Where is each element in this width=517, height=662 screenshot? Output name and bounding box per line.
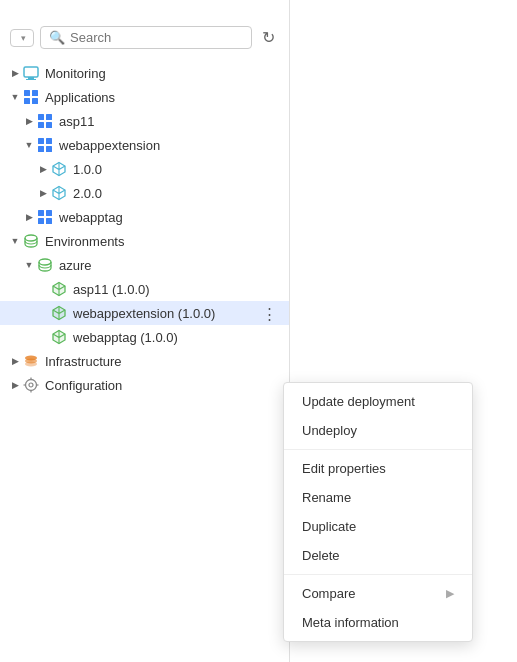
node-label: webapptag bbox=[59, 210, 281, 225]
menu-item-label: Rename bbox=[302, 490, 351, 505]
filter-button[interactable]: ▾ bbox=[10, 29, 34, 47]
toggle-icon[interactable]: ▶ bbox=[8, 380, 22, 390]
search-input[interactable] bbox=[70, 30, 243, 45]
kebab-menu-button[interactable]: ⋮ bbox=[258, 306, 281, 321]
toggle-icon[interactable]: ▶ bbox=[36, 188, 50, 198]
toggle-icon[interactable]: ▼ bbox=[22, 140, 36, 150]
menu-item-label: Update deployment bbox=[302, 394, 415, 409]
submenu-arrow-icon: ▶ bbox=[446, 587, 454, 600]
env-icon bbox=[36, 256, 54, 274]
node-label: asp11 (1.0.0) bbox=[73, 282, 281, 297]
svg-rect-1 bbox=[28, 77, 34, 79]
search-icon: 🔍 bbox=[49, 30, 65, 45]
node-label: 1.0.0 bbox=[73, 162, 281, 177]
tree-item-monitoring[interactable]: ▶ Monitoring bbox=[0, 61, 289, 85]
tree-item-asp11_inst[interactable]: asp11 (1.0.0) bbox=[0, 277, 289, 301]
env-inst-icon bbox=[50, 304, 68, 322]
tree-item-infrastructure[interactable]: ▶ Infrastructure bbox=[0, 349, 289, 373]
tree-item-webapptag_inst[interactable]: webapptag (1.0.0) bbox=[0, 325, 289, 349]
menu-divider bbox=[284, 574, 472, 575]
library-panel: ▾ 🔍 ↻ ▶ Monitoring▼Applications▶asp11▼we… bbox=[0, 0, 290, 662]
tree-item-webappextension[interactable]: ▼webappextension bbox=[0, 133, 289, 157]
menu-item-compare[interactable]: Compare▶ bbox=[284, 579, 472, 608]
context-menu: Update deploymentUndeployEdit properties… bbox=[283, 382, 473, 642]
node-label: 2.0.0 bbox=[73, 186, 281, 201]
node-label: webappextension bbox=[59, 138, 281, 153]
tree-item-webapptag[interactable]: ▶webapptag bbox=[0, 205, 289, 229]
svg-rect-2 bbox=[26, 79, 36, 80]
menu-item-delete[interactable]: Delete bbox=[284, 541, 472, 570]
tree-item-environments[interactable]: ▼ Environments bbox=[0, 229, 289, 253]
node-label: Infrastructure bbox=[45, 354, 281, 369]
tree-item-asp11[interactable]: ▶asp11 bbox=[0, 109, 289, 133]
node-label: Monitoring bbox=[45, 66, 281, 81]
node-label: asp11 bbox=[59, 114, 281, 129]
menu-item-duplicate[interactable]: Duplicate bbox=[284, 512, 472, 541]
menu-item-label: Meta information bbox=[302, 615, 399, 630]
menu-divider bbox=[284, 449, 472, 450]
refresh-button[interactable]: ↻ bbox=[258, 26, 279, 49]
toggle-icon[interactable]: ▼ bbox=[8, 236, 22, 246]
monitor-icon bbox=[22, 64, 40, 82]
tree-item-configuration[interactable]: ▶ Configuration bbox=[0, 373, 289, 397]
svg-point-7 bbox=[25, 362, 37, 367]
apps-icon bbox=[36, 208, 54, 226]
cube-icon bbox=[50, 160, 68, 178]
menu-item-label: Undeploy bbox=[302, 423, 357, 438]
infra-icon bbox=[22, 352, 40, 370]
svg-point-4 bbox=[39, 259, 51, 265]
svg-point-3 bbox=[25, 235, 37, 241]
node-label: webappextension (1.0.0) bbox=[73, 306, 258, 321]
menu-item-edit-properties[interactable]: Edit properties bbox=[284, 454, 472, 483]
toggle-icon[interactable]: ▼ bbox=[8, 92, 22, 102]
menu-item-label: Edit properties bbox=[302, 461, 386, 476]
env-inst-icon bbox=[50, 328, 68, 346]
svg-point-8 bbox=[26, 380, 37, 391]
search-input-wrap: 🔍 bbox=[40, 26, 252, 49]
env-inst-icon bbox=[50, 280, 68, 298]
node-label: webapptag (1.0.0) bbox=[73, 330, 281, 345]
menu-item-label: Delete bbox=[302, 548, 340, 563]
menu-item-label: Duplicate bbox=[302, 519, 356, 534]
node-label: azure bbox=[59, 258, 281, 273]
apps-icon bbox=[36, 136, 54, 154]
toggle-icon[interactable]: ▶ bbox=[22, 212, 36, 222]
apps-icon bbox=[36, 112, 54, 130]
env-icon bbox=[22, 232, 40, 250]
tree-item-v200[interactable]: ▶ 2.0.0 bbox=[0, 181, 289, 205]
tree-view: ▶ Monitoring▼Applications▶asp11▼webappex… bbox=[0, 57, 289, 662]
svg-rect-0 bbox=[24, 67, 38, 77]
apps-icon bbox=[22, 88, 40, 106]
node-label: Configuration bbox=[45, 378, 281, 393]
panel-title bbox=[0, 0, 289, 22]
search-bar: ▾ 🔍 ↻ bbox=[0, 22, 289, 57]
menu-item-label: Compare bbox=[302, 586, 355, 601]
tree-item-applications[interactable]: ▼Applications bbox=[0, 85, 289, 109]
menu-item-update-deployment[interactable]: Update deployment bbox=[284, 387, 472, 416]
config-icon bbox=[22, 376, 40, 394]
node-label: Applications bbox=[45, 90, 281, 105]
cube-icon bbox=[50, 184, 68, 202]
tree-item-azure[interactable]: ▼ azure bbox=[0, 253, 289, 277]
menu-item-rename[interactable]: Rename bbox=[284, 483, 472, 512]
toggle-icon[interactable]: ▼ bbox=[22, 260, 36, 270]
node-label: Environments bbox=[45, 234, 281, 249]
toggle-icon[interactable]: ▶ bbox=[22, 116, 36, 126]
tree-item-v100[interactable]: ▶ 1.0.0 bbox=[0, 157, 289, 181]
toggle-icon[interactable]: ▶ bbox=[8, 356, 22, 366]
menu-item-undeploy[interactable]: Undeploy bbox=[284, 416, 472, 445]
tree-item-webappext_inst[interactable]: webappextension (1.0.0)⋮ bbox=[0, 301, 289, 325]
toggle-icon[interactable]: ▶ bbox=[36, 164, 50, 174]
svg-point-9 bbox=[29, 383, 33, 387]
chevron-down-icon: ▾ bbox=[21, 33, 26, 43]
menu-item-meta-information[interactable]: Meta information bbox=[284, 608, 472, 637]
toggle-icon[interactable]: ▶ bbox=[8, 68, 22, 78]
